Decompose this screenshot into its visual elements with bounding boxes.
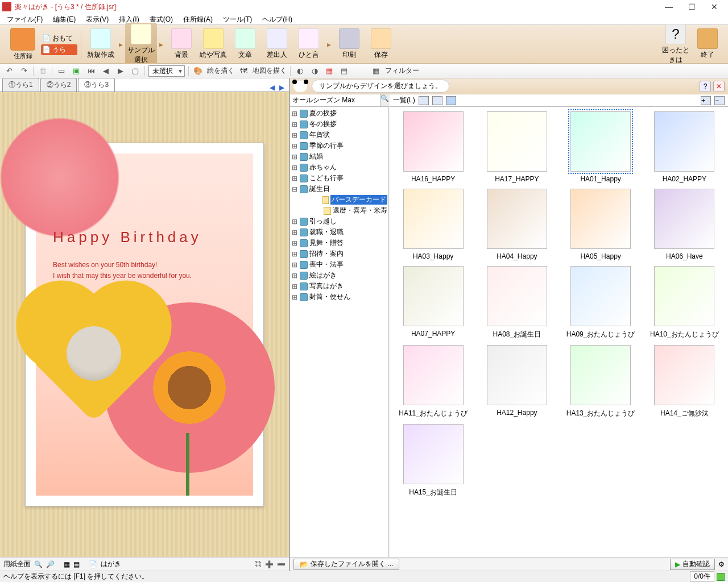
tree-node[interactable]: ⊞季節の行事 xyxy=(290,140,388,151)
ribbon-exit[interactable]: 終了 xyxy=(692,28,723,60)
view-small-icon[interactable] xyxy=(432,96,442,105)
draw-label[interactable]: 絵を描く xyxy=(207,66,234,76)
auto-confirm-button[interactable]: ▶自動確認 xyxy=(670,559,715,570)
tree-node[interactable]: ⊞冬の挨拶 xyxy=(290,119,388,130)
tree-node[interactable]: ⊟誕生日 xyxy=(290,184,388,194)
remove-page-icon[interactable]: ➖ xyxy=(277,560,286,568)
fit-button[interactable]: ▣ xyxy=(71,65,82,77)
tree-node[interactable]: ⊞こども行事 xyxy=(290,173,388,184)
hint-help-button[interactable]: ? xyxy=(700,81,711,92)
thumbnail[interactable]: HA09_おたんじょうび xyxy=(562,266,640,339)
tab-ura1[interactable]: ①うら1 xyxy=(2,78,39,92)
view-large-icon[interactable] xyxy=(419,96,429,105)
zoom-in-thumb[interactable]: + xyxy=(701,96,711,105)
thumbnail[interactable]: HA04_Happy xyxy=(478,189,556,260)
paper-type[interactable]: はがき xyxy=(101,559,121,569)
thumbnail[interactable]: HA06_Have xyxy=(646,189,723,260)
tree-node[interactable]: ⊞結婚 xyxy=(290,151,388,162)
filter-label[interactable]: フィルター xyxy=(385,66,419,76)
tab-ura3[interactable]: ③うら3 xyxy=(78,78,115,92)
zoom-in-icon[interactable]: 🔍 xyxy=(34,560,43,568)
hint-close-button[interactable]: ✕ xyxy=(713,81,725,92)
thumbnail[interactable]: HA08_お誕生日 xyxy=(478,266,556,339)
side-ura[interactable]: 📄 うら xyxy=(41,44,77,55)
tool-b[interactable]: ◑ xyxy=(309,65,320,77)
ruler-icon[interactable]: ▤ xyxy=(73,560,80,568)
nav-first[interactable]: ⏮ xyxy=(85,65,97,77)
ribbon-text[interactable]: 文章 xyxy=(229,28,261,60)
tab-ura2[interactable]: ②うら2 xyxy=(40,78,77,92)
thumbnail[interactable]: HA13_おたんじょうび xyxy=(562,345,640,418)
tree-search-input[interactable] xyxy=(290,94,380,106)
doc-icon[interactable]: 📄 xyxy=(89,560,97,568)
filter-icon[interactable]: ▦ xyxy=(370,65,382,77)
side-omote[interactable]: 📄 おもて xyxy=(41,33,77,44)
tree-node[interactable]: バースデーカード xyxy=(290,194,388,205)
thumbnail[interactable]: HA05_Happy xyxy=(562,189,640,260)
align-button[interactable]: ▭ xyxy=(56,65,67,77)
menu-tools[interactable]: ツール(T) xyxy=(218,14,257,24)
tool-d[interactable]: ▤ xyxy=(338,65,350,77)
ribbon-background[interactable]: 背景 xyxy=(166,28,197,60)
thumbnail[interactable]: HA15_お誕生日 xyxy=(394,424,472,497)
map-label[interactable]: 地図を描く xyxy=(253,66,287,76)
zoom-out-icon[interactable]: 🔎 xyxy=(46,560,55,568)
ribbon-help[interactable]: ?困ったときは xyxy=(660,24,692,65)
tool-c[interactable]: ▦ xyxy=(324,65,335,77)
paper-mode[interactable]: 用紙全面 xyxy=(3,559,31,569)
ribbon-sender[interactable]: 差出人 xyxy=(261,28,293,60)
menu-view[interactable]: 表示(V) xyxy=(81,14,113,24)
undo-button[interactable]: ↶ xyxy=(3,65,15,77)
settings-icon[interactable]: ⚙ xyxy=(718,560,725,568)
tree-node[interactable]: ⊞就職・退職 xyxy=(290,227,388,238)
tabs-next[interactable]: ▶ xyxy=(277,84,287,92)
ribbon-print[interactable]: 印刷 xyxy=(333,28,365,60)
category-tree[interactable]: ⊞夏の挨拶⊞冬の挨拶⊞年賀状⊞季節の行事⊞結婚⊞赤ちゃん⊞こども行事⊟誕生日バー… xyxy=(290,107,388,557)
tree-node[interactable]: ⊞招待・案内 xyxy=(290,248,388,259)
thumbnail[interactable]: HA14_ご無沙汰 xyxy=(646,345,723,418)
thumbnail[interactable]: HA01_Happy xyxy=(562,111,640,183)
thumbnail[interactable]: HA17_HAPPY xyxy=(478,111,556,183)
ribbon-new[interactable]: 新規作成 xyxy=(85,28,117,60)
menu-edit[interactable]: 編集(E) xyxy=(48,14,80,24)
thumbnail[interactable]: HA16_HAPPY xyxy=(394,111,472,183)
ribbon-picture[interactable]: 絵や写真 xyxy=(197,28,229,60)
tool-a[interactable]: ◐ xyxy=(294,65,305,77)
search-icon[interactable]: 🔍 xyxy=(380,94,389,106)
tree-node[interactable]: ⊞赤ちゃん xyxy=(290,162,388,173)
tree-node[interactable]: 還暦・喜寿・米寿 xyxy=(290,205,388,216)
tree-node[interactable]: ⊞喪中・法事 xyxy=(290,259,388,270)
thumbnail[interactable]: HA07_HAPPY xyxy=(394,266,472,339)
ribbon-message[interactable]: ひと言 xyxy=(293,28,325,60)
tree-node[interactable]: ⊞封筒・便せん xyxy=(290,292,388,302)
thumbnail[interactable]: HA10_おたんじょうび xyxy=(646,266,723,339)
view-list-icon[interactable] xyxy=(446,96,456,105)
thumbnail[interactable]: HA12_Happy xyxy=(478,345,556,418)
design-canvas[interactable]: Happy Birthday Best wishes on your 50th … xyxy=(0,92,289,557)
select-all[interactable]: ▢ xyxy=(130,65,141,77)
maximize-button[interactable]: ☐ xyxy=(680,2,703,11)
zoom-out-thumb[interactable]: − xyxy=(714,96,725,105)
palette-icon[interactable]: 🎨 xyxy=(192,65,204,77)
thumbnail[interactable]: HA11_おたんじょうび xyxy=(394,345,472,418)
menu-file[interactable]: ファイル(F) xyxy=(2,14,47,24)
open-saved-file-button[interactable]: 📂 保存したファイルを開く ... xyxy=(293,559,399,570)
delete-button[interactable]: 🗑 xyxy=(37,65,48,77)
menu-help[interactable]: ヘルプ(H) xyxy=(258,14,297,24)
tree-node[interactable]: ⊞引っ越し xyxy=(290,216,388,227)
tabs-prev[interactable]: ◀ xyxy=(267,84,277,92)
minimize-button[interactable]: — xyxy=(657,2,680,11)
selection-combo[interactable]: 未選択 xyxy=(148,65,185,77)
add-page-icon[interactable]: ➕ xyxy=(265,560,274,568)
tree-node[interactable]: ⊞年賀状 xyxy=(290,130,388,140)
nav-prev[interactable]: ◀ xyxy=(100,65,111,77)
tree-node[interactable]: ⊞見舞・贈答 xyxy=(290,238,388,248)
grid-icon[interactable]: ▦ xyxy=(64,560,70,568)
ribbon-save[interactable]: 保存 xyxy=(365,28,397,60)
thumbnail[interactable]: HA03_Happy xyxy=(394,189,472,260)
close-button[interactable]: ✕ xyxy=(703,2,726,11)
thumbnail[interactable]: HA02_HAPPY xyxy=(646,111,723,183)
tree-node[interactable]: ⊞写真はがき xyxy=(290,281,388,292)
nav-next[interactable]: ▶ xyxy=(115,65,126,77)
map-icon[interactable]: 🗺 xyxy=(238,65,249,77)
